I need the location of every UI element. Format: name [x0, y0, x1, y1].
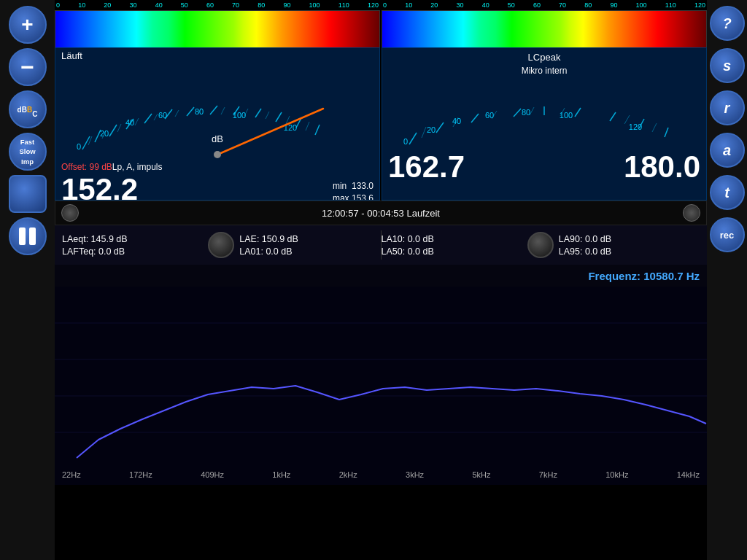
- t-button[interactable]: t: [710, 175, 745, 210]
- time-bar: 12:00:57 - 00:04:53 Laufzeit: [55, 201, 707, 225]
- stat-la01: LA01: 0.0 dB: [239, 246, 380, 257]
- meter-right-value: 162.7: [388, 152, 465, 182]
- plus-button[interactable]: +: [9, 6, 47, 44]
- freq-bar: Frequenz: 10580.7 Hz: [55, 265, 707, 287]
- meter-left-offset: Offset: 99 dBLp, A, impuls: [61, 160, 374, 173]
- svg-text:100: 100: [560, 111, 573, 120]
- x-label-6: 5kHz: [472, 470, 490, 483]
- knob-left: [203, 232, 239, 258]
- x-label-7: 7kHz: [539, 470, 557, 483]
- meter-right-source: Mikro intern: [382, 66, 706, 76]
- spectrum-left-scale: 0102030405060708090100110120: [55, 0, 380, 10]
- meter-right-type: LCpeak: [528, 52, 561, 63]
- main-content: 0102030405060708090100110120 01020304050…: [55, 0, 707, 560]
- spectrum-row: 0102030405060708090100110120 01020304050…: [55, 0, 707, 47]
- small-knob-left[interactable]: [208, 232, 234, 258]
- svg-rect-61: [55, 287, 707, 469]
- svg-text:20: 20: [427, 125, 436, 134]
- svg-point-36: [214, 151, 221, 158]
- stats-col-2: LAE: 150.9 dB LA01: 0.0 dB: [239, 234, 380, 257]
- x-label-8: 10kHz: [605, 470, 628, 483]
- x-label-1: 172Hz: [129, 470, 152, 483]
- gauge-right-svg: 0 20 40 60 80 100 120: [382, 77, 706, 150]
- question-button[interactable]: ?: [710, 6, 745, 41]
- stats-col-1: LAeqt: 145.9 dB LAFTeq: 0.0 dB: [62, 234, 203, 257]
- meter-left-status: Läuft: [61, 50, 82, 61]
- stats-col-4: LA90: 0.0 dB LA95: 0.0 dB: [559, 234, 700, 257]
- rec-button[interactable]: rec: [710, 217, 745, 252]
- x-label-2: 409Hz: [201, 470, 224, 483]
- right-sidebar: ? s r a t rec: [707, 0, 747, 560]
- stat-la10: LA10: 0.0 dB: [382, 234, 522, 244]
- stop-button[interactable]: [9, 175, 47, 213]
- svg-text:40: 40: [452, 117, 461, 125]
- small-knob-right[interactable]: [527, 232, 554, 258]
- stat-laeqt: LAeqt: 145.9 dB: [62, 234, 203, 244]
- stat-lafteq: LAFTeq: 0.0 dB: [62, 246, 203, 257]
- meter-right-value2: 180.0: [624, 152, 700, 182]
- x-label-3: 1kHz: [272, 470, 290, 483]
- pause-icon: [19, 228, 36, 245]
- frequency-display: Frequenz: 10580.7 Hz: [588, 270, 700, 282]
- svg-text:0: 0: [403, 137, 408, 146]
- svg-text:60: 60: [485, 111, 494, 120]
- svg-text:100: 100: [233, 111, 246, 120]
- stat-la90: LA90: 0.0 dB: [559, 234, 700, 244]
- meter-left-value: 152.2: [61, 174, 138, 201]
- x-label-0: 22Hz: [62, 470, 81, 483]
- minus-button[interactable]: −: [9, 48, 47, 86]
- svg-text:80: 80: [522, 108, 530, 117]
- stats-row: LAeqt: 145.9 dB LAFTeq: 0.0 dB LAE: 150.…: [55, 225, 707, 265]
- time-display: 12:00:57 - 00:04:53 Laufzeit: [322, 208, 440, 219]
- stat-lae: LAE: 150.9 dB: [239, 234, 380, 244]
- chart-container: 22Hz 172Hz 409Hz 1kHz 2kHz 3kHz 5kHz 7kH…: [55, 287, 707, 483]
- spectrum-right: 0102030405060708090100110120: [382, 0, 707, 47]
- x-label-5: 3kHz: [406, 470, 424, 483]
- meter-left: Läuft 0 20: [55, 47, 380, 201]
- stat-la50: LA50: 0.0 dB: [382, 246, 522, 257]
- pause-button[interactable]: [9, 217, 47, 255]
- x-label-9: 14kHz: [677, 470, 700, 483]
- x-label-4: 2kHz: [339, 470, 357, 483]
- spectrum-right-scale: 0102030405060708090100110120: [382, 0, 707, 10]
- svg-text:0: 0: [77, 142, 81, 151]
- time-knob-left[interactable]: [61, 204, 79, 222]
- fast-slow-button[interactable]: FastSlowImp: [9, 133, 47, 171]
- meters-row: Läuft 0 20: [55, 47, 707, 201]
- spectrum-chart-svg: [55, 287, 707, 469]
- stat-la95: LA95: 0.0 dB: [559, 246, 700, 257]
- chart-x-labels: 22Hz 172Hz 409Hz 1kHz 2kHz 3kHz 5kHz 7kH…: [55, 469, 707, 485]
- time-knob-right[interactable]: [683, 204, 700, 222]
- svg-text:dB: dB: [212, 133, 223, 144]
- knob-right: [522, 232, 559, 258]
- spectrum-left: 0102030405060708090100110120: [55, 0, 380, 47]
- s-button[interactable]: s: [710, 48, 745, 83]
- stats-col-3: LA10: 0.0 dB LA50: 0.0 dB: [382, 234, 522, 257]
- gauge-left-svg: 0 20 40 60 80 100 120 dB: [55, 63, 379, 158]
- r-button[interactable]: r: [710, 90, 745, 125]
- dbb-button[interactable]: dBBC: [9, 90, 47, 128]
- meter-right: LCpeak Mikro intern 0 20 40 60 80 100 12…: [382, 47, 707, 201]
- left-sidebar: + − dBBC FastSlowImp: [0, 0, 55, 560]
- meter-left-minmax: min 133.0 max 153.6: [333, 180, 374, 201]
- a-button[interactable]: a: [710, 133, 745, 168]
